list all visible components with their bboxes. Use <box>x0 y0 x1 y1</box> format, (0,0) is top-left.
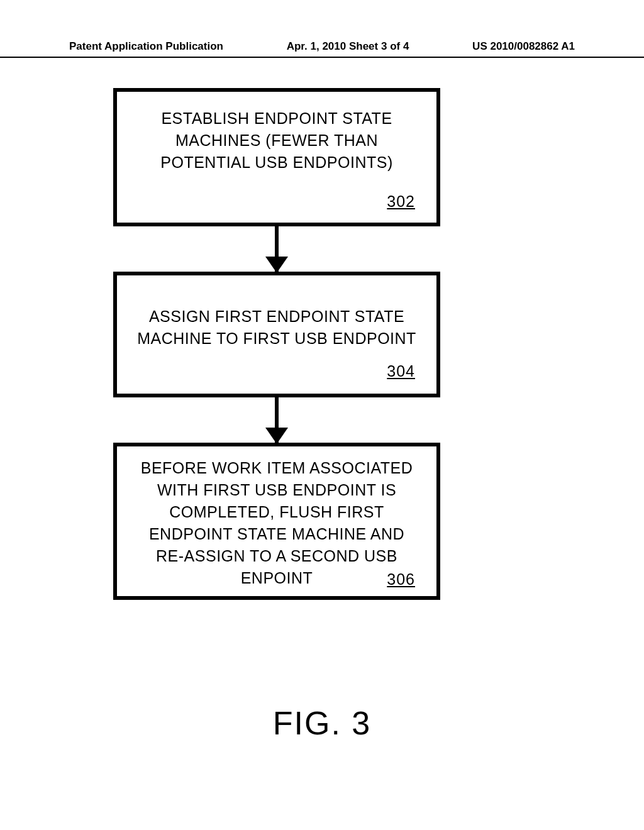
header-publication: Patent Application Publication <box>69 40 223 53</box>
flow-step-assign: ASSIGN FIRST ENDPOINT STATE MACHINE TO F… <box>113 272 440 397</box>
flow-step-text: BEFORE WORK ITEM ASSOCIATED WITH FIRST U… <box>135 457 419 589</box>
flow-step-number: 304 <box>387 362 415 380</box>
header-date-sheet: Apr. 1, 2010 Sheet 3 of 4 <box>287 40 409 53</box>
flow-step-flush-reassign: BEFORE WORK ITEM ASSOCIATED WITH FIRST U… <box>113 443 440 600</box>
page-header: Patent Application Publication Apr. 1, 2… <box>0 40 644 58</box>
flow-step-number: 302 <box>387 192 415 211</box>
flow-step-text: ASSIGN FIRST ENDPOINT STATE MACHINE TO F… <box>135 306 419 350</box>
flowchart: ESTABLISH ENDPOINT STATE MACHINES (FEWER… <box>113 88 440 600</box>
flow-step-text: ESTABLISH ENDPOINT STATE MACHINES (FEWER… <box>135 108 419 174</box>
arrow-down-icon <box>275 397 279 443</box>
arrow-down-icon <box>275 226 279 272</box>
flow-step-number: 306 <box>387 570 415 589</box>
figure-label: FIG. 3 <box>0 704 644 742</box>
header-publication-number: US 2010/0082862 A1 <box>472 40 575 53</box>
flow-step-establish: ESTABLISH ENDPOINT STATE MACHINES (FEWER… <box>113 88 440 226</box>
